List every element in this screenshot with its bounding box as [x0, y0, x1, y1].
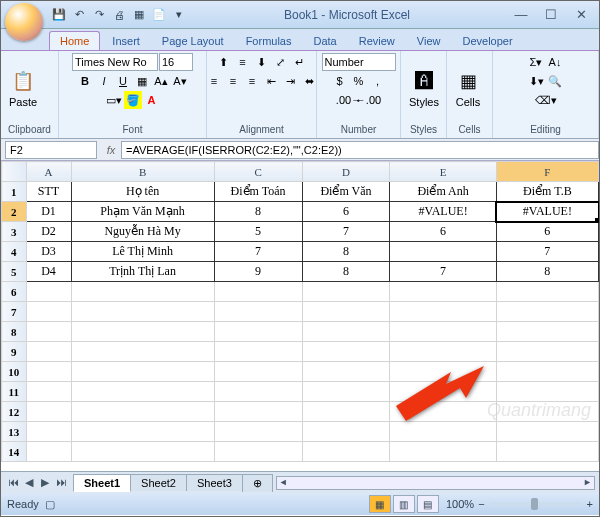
print-preview-icon[interactable]: 🖨: [111, 7, 127, 23]
cell[interactable]: [26, 382, 71, 402]
cell[interactable]: [214, 402, 302, 422]
next-sheet-button[interactable]: ▶: [37, 476, 53, 489]
name-box[interactable]: F2: [5, 141, 97, 159]
col-header-c[interactable]: C: [214, 162, 302, 182]
tab-formulas[interactable]: Formulas: [236, 32, 302, 50]
cell[interactable]: [390, 342, 496, 362]
align-middle-button[interactable]: ≡: [234, 53, 252, 71]
cell[interactable]: [71, 382, 214, 402]
cell-selected[interactable]: ! #VALUE!: [496, 202, 598, 222]
col-header-d[interactable]: D: [302, 162, 390, 182]
tab-home[interactable]: Home: [49, 31, 100, 50]
tab-page-layout[interactable]: Page Layout: [152, 32, 234, 50]
col-header-b[interactable]: B: [71, 162, 214, 182]
cell[interactable]: [214, 282, 302, 302]
cell[interactable]: Điểm Anh: [390, 182, 496, 202]
cell[interactable]: 6: [496, 222, 598, 242]
cell[interactable]: [496, 422, 598, 442]
cell[interactable]: [71, 422, 214, 442]
row-header[interactable]: 12: [2, 402, 27, 422]
row-header[interactable]: 10: [2, 362, 27, 382]
orientation-button[interactable]: ⤢: [272, 53, 290, 71]
cell[interactable]: Điểm T.B: [496, 182, 598, 202]
comma-button[interactable]: ,: [369, 72, 387, 90]
fill-button[interactable]: ⬇▾: [527, 72, 545, 90]
cell[interactable]: [302, 362, 390, 382]
cell[interactable]: 5: [214, 222, 302, 242]
tab-view[interactable]: View: [407, 32, 451, 50]
cell[interactable]: D2: [26, 222, 71, 242]
cell[interactable]: [71, 402, 214, 422]
cell[interactable]: D1: [26, 202, 71, 222]
paste-button[interactable]: 📋 Paste: [5, 66, 41, 110]
sheet-tab[interactable]: Sheet1: [73, 474, 131, 492]
align-center-button[interactable]: ≡: [224, 72, 242, 90]
error-indicator-icon[interactable]: !: [496, 202, 497, 222]
cell[interactable]: [214, 362, 302, 382]
cell[interactable]: [390, 402, 496, 422]
border-dropdown[interactable]: ▭▾: [105, 91, 123, 109]
cell[interactable]: 8: [496, 262, 598, 282]
autosum-button[interactable]: Σ▾: [527, 53, 545, 71]
cell[interactable]: Phạm Văn Mạnh: [71, 202, 214, 222]
worksheet-grid[interactable]: A B C D E F 1 STT Họ tên Điểm Toán Điểm …: [1, 161, 599, 471]
cell[interactable]: [496, 322, 598, 342]
cell[interactable]: [26, 302, 71, 322]
cell[interactable]: [302, 322, 390, 342]
formula-input[interactable]: =AVERAGE(IF(ISERROR(C2:E2),"",C2:E2)): [121, 141, 599, 159]
page-layout-view-button[interactable]: ▥: [393, 495, 415, 513]
cell[interactable]: Điểm Văn: [302, 182, 390, 202]
horizontal-scrollbar[interactable]: [276, 476, 595, 490]
currency-button[interactable]: $: [331, 72, 349, 90]
cell[interactable]: D3: [26, 242, 71, 262]
cell[interactable]: 8: [214, 202, 302, 222]
italic-button[interactable]: I: [95, 72, 113, 90]
cell[interactable]: [390, 382, 496, 402]
cell[interactable]: [390, 302, 496, 322]
cell[interactable]: [71, 282, 214, 302]
wrap-text-button[interactable]: ↵: [291, 53, 309, 71]
cell[interactable]: 7: [390, 262, 496, 282]
cell[interactable]: Nguyễn Hà My: [71, 222, 214, 242]
cell[interactable]: [71, 362, 214, 382]
cell[interactable]: 6: [390, 222, 496, 242]
decrease-indent-button[interactable]: ⇤: [262, 72, 280, 90]
tab-data[interactable]: Data: [303, 32, 346, 50]
macro-record-icon[interactable]: ▢: [45, 498, 55, 511]
fx-button[interactable]: fx: [101, 144, 121, 156]
cell[interactable]: [302, 382, 390, 402]
cell[interactable]: [302, 442, 390, 462]
cells-button[interactable]: ▦ Cells: [451, 66, 485, 110]
minimize-button[interactable]: —: [507, 6, 535, 24]
cell[interactable]: Lê Thị Minh: [71, 242, 214, 262]
new-sheet-button[interactable]: ⊕: [242, 474, 273, 492]
prev-sheet-button[interactable]: ◀: [21, 476, 37, 489]
grow-font-button[interactable]: A▴: [152, 72, 170, 90]
cell[interactable]: [26, 322, 71, 342]
undo-icon[interactable]: ↶: [71, 7, 87, 23]
merge-button[interactable]: ⬌: [300, 72, 318, 90]
cell[interactable]: [302, 342, 390, 362]
cell[interactable]: [496, 442, 598, 462]
cell[interactable]: [214, 422, 302, 442]
cell[interactable]: [496, 382, 598, 402]
increase-indent-button[interactable]: ⇥: [281, 72, 299, 90]
fill-color-button[interactable]: 🪣: [124, 91, 142, 109]
cell[interactable]: [26, 282, 71, 302]
row-header[interactable]: 5: [2, 262, 27, 282]
cell[interactable]: [26, 342, 71, 362]
cell[interactable]: [302, 302, 390, 322]
cell[interactable]: 8: [302, 242, 390, 262]
cell[interactable]: [496, 282, 598, 302]
cell[interactable]: [26, 442, 71, 462]
cell[interactable]: [496, 302, 598, 322]
align-left-button[interactable]: ≡: [205, 72, 223, 90]
row-header[interactable]: 13: [2, 422, 27, 442]
cell[interactable]: [496, 362, 598, 382]
row-header[interactable]: 4: [2, 242, 27, 262]
font-color-button[interactable]: A: [143, 91, 161, 109]
col-header-e[interactable]: E: [390, 162, 496, 182]
font-size-combo[interactable]: 16: [159, 53, 193, 71]
zoom-slider[interactable]: [491, 502, 581, 506]
cell[interactable]: [390, 442, 496, 462]
